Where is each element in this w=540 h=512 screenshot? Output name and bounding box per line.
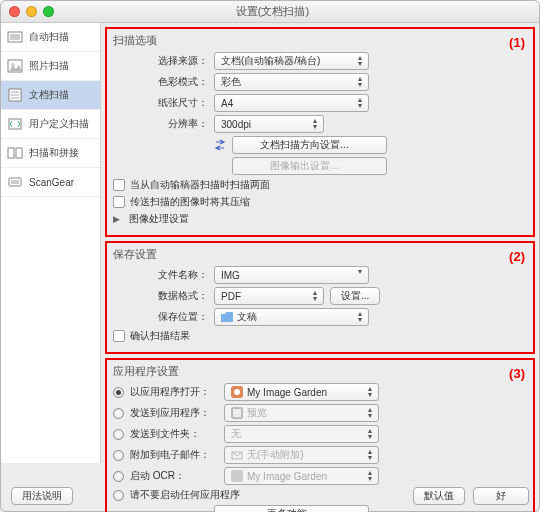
compress-checkbox-row[interactable]: 传送扫描的图像时将其压缩 [113,195,527,209]
select-arrows-icon: ▴▾ [365,428,375,440]
sidebar-item-label: 扫描和拼接 [29,146,79,160]
svg-rect-10 [16,148,22,158]
content: (1) 扫描选项 选择来源： 文档(自动输稿器/稿台)▴▾ 色彩模式： 彩色▴▾… [101,23,539,463]
filename-label: 文件名称： [113,268,208,282]
radio-send-app[interactable] [113,408,124,419]
sidebar-item-scangear[interactable]: ScanGear [1,168,100,197]
radio-open-with[interactable] [113,387,124,398]
section-number-1: (1) [509,35,525,50]
sidebar-item-label: 文档扫描 [29,88,69,102]
send-folder-select: 无▴▾ [224,425,379,443]
section-number-3: (3) [509,366,525,381]
select-arrows-icon: ▴▾ [365,386,375,398]
confirm-results-checkbox-row[interactable]: 确认扫描结果 [113,329,527,343]
sidebar-item-auto[interactable]: 自动扫描 [1,23,100,52]
sidebar: 自动扫描 照片扫描 文档扫描 用户定义扫描 扫描和拼接 ScanGear [1,23,101,463]
sidebar-item-photo[interactable]: 照片扫描 [1,52,100,81]
sidebar-item-custom[interactable]: 用户定义扫描 [1,110,100,139]
instructions-button[interactable]: 用法说明 [11,487,73,505]
select-arrows-icon: ▴▾ [310,290,320,302]
svg-rect-18 [231,470,243,482]
select-arrows-icon: ▴▾ [365,470,375,482]
colormode-select[interactable]: 彩色▴▾ [214,73,369,91]
output-settings-button: 图像输出设置... [232,157,387,175]
more-functions-button[interactable]: 更多功能 [214,505,369,512]
select-arrows-icon: ▴▾ [355,97,365,109]
disclosure-triangle-icon: ▶ [113,214,120,224]
svg-rect-16 [233,409,241,417]
defaults-button[interactable]: 默认值 [413,487,465,505]
sidebar-item-label: 照片扫描 [29,59,69,73]
send-folder-label: 发送到文件夹： [130,427,218,441]
format-label: 数据格式： [113,289,208,303]
savein-select[interactable]: 文稿▴▾ [214,308,369,326]
scangear-icon [7,175,23,189]
section-number-2: (2) [509,249,525,264]
footer: 用法说明 默认值 好 [1,487,539,505]
checkbox-icon [113,179,125,191]
section-title: 扫描选项 [113,33,527,48]
attach-email-label: 附加到电子邮件： [130,448,218,462]
save-settings-section: (2) 保存设置 文件名称： IMG▾ 数据格式： PDF▴▾ 设置... 保存… [105,241,535,354]
select-arrows-icon: ▴▾ [355,311,365,323]
preview-app-icon [231,407,243,419]
select-arrows-icon: ▴▾ [310,118,320,130]
section-title: 保存设置 [113,247,527,262]
radio-send-folder[interactable] [113,429,124,440]
start-ocr-label: 启动 OCR： [130,469,218,483]
source-label: 选择来源： [113,54,208,68]
sidebar-item-document[interactable]: 文档扫描 [1,81,100,110]
svg-rect-1 [10,34,20,40]
select-arrows-icon: ▴▾ [355,76,365,88]
colormode-label: 色彩模式： [113,75,208,89]
document-scan-icon [7,88,23,102]
app-icon [231,470,243,482]
checkbox-icon [113,196,125,208]
savein-label: 保存位置： [113,310,208,324]
section-title: 应用程序设置 [113,364,527,379]
radio-attach-email[interactable] [113,450,124,461]
source-select[interactable]: 文档(自动输稿器/稿台)▴▾ [214,52,369,70]
photo-scan-icon [7,59,23,73]
auto-scan-icon [7,30,23,44]
open-with-select[interactable]: My Image Garden▴▾ [224,383,379,401]
svg-rect-12 [11,180,19,184]
app-icon [231,386,243,398]
folder-icon [221,312,233,322]
settings-window: 设置(文档扫描) 自动扫描 照片扫描 文档扫描 用户定义扫描 扫描和拼接 [0,0,540,512]
orientation-settings-button[interactable]: 文档扫描方向设置... [232,136,387,154]
sidebar-item-stitch[interactable]: 扫描和拼接 [1,139,100,168]
body: 自动扫描 照片扫描 文档扫描 用户定义扫描 扫描和拼接 ScanGear [1,23,539,463]
sidebar-item-label: 自动扫描 [29,30,69,44]
format-select[interactable]: PDF▴▾ [214,287,324,305]
filename-combo[interactable]: IMG▾ [214,266,369,284]
stitch-scan-icon [7,146,23,160]
send-app-label: 发送到应用程序： [130,406,218,420]
select-arrows-icon: ▴▾ [365,449,375,461]
svg-point-14 [234,389,240,395]
open-with-label: 以应用程序打开： [130,385,218,399]
scan-both-sides-checkbox-row[interactable]: 当从自动输稿器扫描时扫描两面 [113,178,527,192]
scan-options-section: (1) 扫描选项 选择来源： 文档(自动输稿器/稿台)▴▾ 色彩模式： 彩色▴▾… [105,27,535,237]
select-arrows-icon: ▴▾ [355,55,365,67]
dropdown-arrow-icon: ▾ [355,269,365,275]
radio-start-ocr[interactable] [113,471,124,482]
custom-scan-icon [7,117,23,131]
mail-icon [231,449,243,461]
papersize-label: 纸张尺寸： [113,96,208,110]
svg-rect-9 [8,148,14,158]
window-title: 设置(文档扫描) [14,4,531,19]
send-app-select: 预览▴▾ [224,404,379,422]
titlebar: 设置(文档扫描) [1,1,539,23]
start-ocr-select: My Image Garden▴▾ [224,467,379,485]
sidebar-item-label: ScanGear [29,177,74,188]
image-processing-disclosure[interactable]: ▶ 图像处理设置 [113,212,527,226]
ok-button[interactable]: 好 [473,487,529,505]
svg-rect-8 [9,119,21,129]
orientation-icon [214,139,226,151]
checkbox-icon [113,330,125,342]
papersize-select[interactable]: A4▴▾ [214,94,369,112]
resolution-label: 分辨率： [113,117,208,131]
resolution-select[interactable]: 300dpi▴▾ [214,115,324,133]
format-settings-button[interactable]: 设置... [330,287,380,305]
